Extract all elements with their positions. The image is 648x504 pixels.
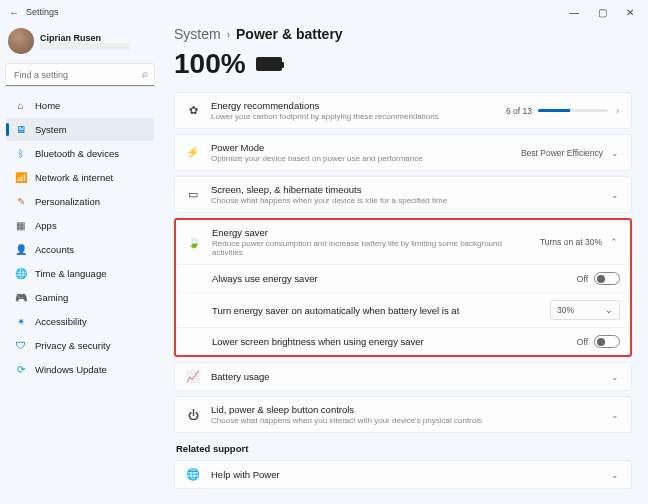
sidebar-item-home[interactable]: ⌂Home [6,94,154,117]
search-input[interactable] [6,64,154,86]
profile-name: Ciprian Rusen [40,33,130,43]
sidebar-item-system[interactable]: 🖥System [6,118,154,141]
breadcrumb: System › Power & battery [174,26,632,42]
always-energy-saver-row: Always use energy saver Off [176,264,630,292]
chevron-down-icon: ⌄ [609,190,621,200]
power-icon: ⚡ [185,146,201,159]
card-energy-saver: 🍃 Energy saver Reduce power consumption … [174,218,632,357]
chevron-down-icon: ⌄ [609,372,621,382]
chart-icon: 📈 [185,370,201,383]
chevron-down-icon: ⌄ [609,148,621,158]
page-title: Power & battery [236,26,343,42]
profile[interactable]: Ciprian Rusen [6,24,154,62]
energy-saver-status: Turns on at 30% [540,237,602,247]
system-icon: 🖥 [14,123,27,136]
chevron-down-icon: ⌄ [609,410,621,420]
shield-icon: 🛡 [14,339,27,352]
chevron-up-icon: ⌃ [608,237,620,247]
related-support-heading: Related support [176,443,632,454]
chevron-down-icon: ⌄ [609,470,621,480]
lower-brightness-toggle[interactable] [594,335,620,348]
screen-icon: ▭ [185,188,201,201]
energy-saver-header[interactable]: 🍃 Energy saver Reduce power consumption … [176,220,630,264]
update-icon: ⟳ [14,363,27,376]
sidebar-item-update[interactable]: ⟳Windows Update [6,358,154,381]
energy-rec-count: 6 of 13 [506,106,532,116]
auto-energy-saver-row: Turn energy saver on automatically when … [176,292,630,327]
close-icon[interactable]: ✕ [616,2,644,22]
sidebar-item-personalization[interactable]: ✎Personalization [6,190,154,213]
back-icon[interactable]: ← [4,7,24,18]
card-help-power[interactable]: 🌐 Help with Power ⌄ [174,460,632,489]
breadcrumb-parent[interactable]: System [174,26,221,42]
chevron-down-icon: ⌄ [605,305,613,315]
leaf-icon: ✿ [185,104,201,117]
chevron-right-icon: › [614,106,621,116]
search-box[interactable]: ⌕ [6,64,154,86]
brush-icon: ✎ [14,195,27,208]
power-button-icon: ⏻ [185,409,201,421]
sidebar-item-gaming[interactable]: 🎮Gaming [6,286,154,309]
card-screen-sleep[interactable]: ▭ Screen, sleep, & hibernate timeouts Ch… [174,176,632,213]
energy-rec-progress [538,109,608,112]
globe-icon: 🌐 [14,267,27,280]
battery-status: 100% [174,48,632,80]
sidebar-item-bluetooth[interactable]: ᛒBluetooth & devices [6,142,154,165]
always-energy-saver-toggle[interactable] [594,272,620,285]
sidebar: Ciprian Rusen ⌕ ⌂Home 🖥System ᛒBluetooth… [0,24,160,504]
lower-brightness-row: Lower screen brightness when using energ… [176,327,630,355]
minimize-icon[interactable]: — [560,2,588,22]
sidebar-item-network[interactable]: 📶Network & internet [6,166,154,189]
battery-icon [256,57,282,71]
card-lid-power[interactable]: ⏻ Lid, power & sleep button controls Cho… [174,396,632,433]
chevron-right-icon: › [227,29,230,40]
sidebar-item-privacy[interactable]: 🛡Privacy & security [6,334,154,357]
avatar [8,28,34,54]
search-icon: ⌕ [142,68,148,79]
title-bar: ← Settings — ▢ ✕ [0,0,648,24]
nav: ⌂Home 🖥System ᛒBluetooth & devices 📶Netw… [6,94,154,381]
sidebar-item-apps[interactable]: ▦Apps [6,214,154,237]
help-icon: 🌐 [185,468,201,481]
power-mode-value: Best Power Efficiency [521,148,603,158]
battery-percent: 100% [174,48,246,80]
maximize-icon[interactable]: ▢ [588,2,616,22]
main-content: System › Power & battery 100% ✿ Energy r… [160,24,648,504]
leaf-energy-icon: 🍃 [186,236,202,249]
window-title: Settings [26,7,59,17]
auto-threshold-select[interactable]: 30% ⌄ [550,300,620,320]
bluetooth-icon: ᛒ [14,147,27,160]
apps-icon: ▦ [14,219,27,232]
wifi-icon: 📶 [14,171,27,184]
accessibility-icon: ✴ [14,315,27,328]
profile-email [40,43,130,50]
person-icon: 👤 [14,243,27,256]
sidebar-item-accounts[interactable]: 👤Accounts [6,238,154,261]
home-icon: ⌂ [14,99,27,112]
sidebar-item-time[interactable]: 🌐Time & language [6,262,154,285]
card-power-mode[interactable]: ⚡ Power Mode Optimize your device based … [174,134,632,171]
card-energy-recommendations[interactable]: ✿ Energy recommendations Lower your carb… [174,92,632,129]
sidebar-item-accessibility[interactable]: ✴Accessibility [6,310,154,333]
card-battery-usage[interactable]: 📈 Battery usage ⌄ [174,362,632,391]
gaming-icon: 🎮 [14,291,27,304]
